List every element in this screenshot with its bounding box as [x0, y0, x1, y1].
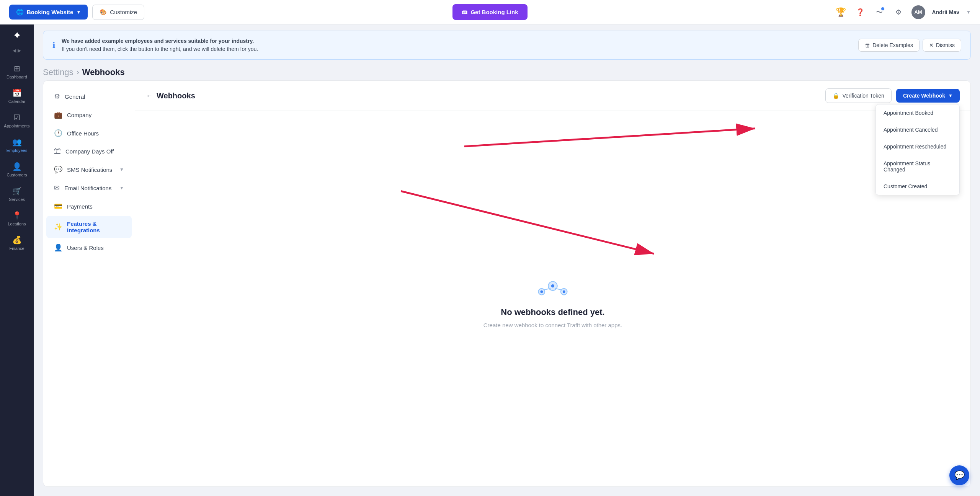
customer-created-label: Customer Created — [884, 183, 927, 189]
customize-button[interactable]: 🎨 Customize — [92, 5, 144, 20]
sidebar-item-appointments[interactable]: ☑ Appointments — [0, 108, 34, 133]
settings-nav-payments[interactable]: 💳 Payments — [46, 197, 132, 215]
settings-nav-office-hours[interactable]: 🕐 Office Hours — [46, 124, 132, 142]
info-banner-text: We have added example employees and serv… — [62, 37, 852, 53]
sidebar-item-services[interactable]: 🛒 Services — [0, 182, 34, 206]
dropdown-item-rescheduled[interactable]: Appointment Rescheduled — [876, 138, 959, 155]
breadcrumb-separator: › — [77, 67, 79, 77]
info-line1: We have added example employees and serv… — [62, 38, 254, 44]
dropdown-item-customer-created[interactable]: Customer Created — [876, 178, 959, 195]
info-banner-actions: 🗑 Delete Examples ✕ Dismiss — [858, 39, 961, 52]
sidebar-item-calendar[interactable]: 📅 Calendar — [0, 84, 34, 108]
topnav-left: 🌐 Booking Website ▼ 🎨 Customize — [9, 5, 327, 20]
avatar-initials: AM — [914, 9, 922, 15]
activity-icon[interactable]: 〜 — [873, 6, 885, 18]
canceled-label: Appointment Canceled — [884, 127, 938, 133]
info-banner: ℹ We have added example employees and se… — [43, 31, 971, 60]
umbrella-icon: ⛱ — [54, 147, 61, 155]
settings-nav-sms[interactable]: 💬 SMS Notifications ▼ — [46, 161, 132, 178]
dropdown-item-status-changed[interactable]: Appointment Status Changed — [876, 155, 959, 178]
svg-point-5 — [563, 290, 565, 293]
booking-website-button[interactable]: 🌐 Booking Website ▼ — [9, 5, 88, 20]
finance-icon: 💰 — [12, 235, 22, 245]
breadcrumb: Settings › Webhooks — [34, 60, 980, 80]
avatar: AM — [911, 5, 925, 19]
settings-nav-company-days-off[interactable]: ⛱ Company Days Off — [46, 143, 132, 160]
office-hours-label: Office Hours — [67, 130, 99, 137]
delete-examples-button[interactable]: 🗑 Delete Examples — [858, 39, 920, 52]
topnav-right: 🏆 ❓ 〜 ⚙ AM Andrii Mav ▼ — [653, 5, 971, 19]
sidebar-item-label: Appointments — [4, 124, 29, 128]
dropdown-item-booked[interactable]: Appointment Booked — [876, 104, 959, 121]
breadcrumb-settings[interactable]: Settings — [43, 67, 74, 77]
svg-point-1 — [551, 284, 554, 287]
services-icon: 🛒 — [12, 186, 22, 196]
help-icon[interactable]: ❓ — [854, 6, 866, 18]
settings-content: ← Webhooks 🔒 Verification Token Create W… — [135, 81, 970, 486]
chevron-down-icon: ▼ — [76, 10, 81, 15]
customize-icon: 🎨 — [100, 9, 107, 16]
breadcrumb-current: Webhooks — [82, 67, 125, 77]
create-webhook-button[interactable]: Create Webhook ▼ — [896, 89, 960, 103]
verification-token-label: Verification Token — [842, 93, 884, 99]
sidebar-item-label: Finance — [9, 246, 24, 251]
info-icon: ℹ — [52, 41, 56, 50]
settings-icon[interactable]: ⚙ — [892, 6, 905, 18]
settings-nav-company[interactable]: 💼 Company — [46, 106, 132, 124]
lock-icon: 🔒 — [833, 93, 839, 99]
webhook-illustration — [534, 269, 572, 300]
booking-website-label: Booking Website — [27, 9, 73, 15]
users-icon: 👤 — [54, 243, 62, 252]
sidebar-item-locations[interactable]: 📍 Locations — [0, 206, 34, 231]
sidebar-item-label: Employees — [7, 148, 27, 153]
webhooks-header: ← Webhooks 🔒 Verification Token Create W… — [135, 81, 970, 111]
webhooks-title-text: Webhooks — [157, 91, 195, 100]
rescheduled-label: Appointment Rescheduled — [884, 144, 946, 150]
calendar-icon: 📅 — [12, 88, 22, 98]
verification-token-button[interactable]: 🔒 Verification Token — [825, 88, 891, 103]
svg-point-3 — [541, 290, 543, 293]
email-icon: ✉ — [54, 184, 60, 192]
create-webhook-dropdown: Appointment Booked Appointment Canceled … — [875, 104, 960, 195]
sidebar-item-label: Calendar — [8, 99, 26, 104]
x-icon: ✕ — [929, 42, 934, 48]
sms-icon: 💬 — [54, 165, 62, 174]
get-booking-link-button[interactable]: 🎟 Get Booking Link — [452, 4, 527, 20]
settings-panel: ⚙ General 💼 Company 🕐 Office Hours ⛱ Com… — [43, 80, 971, 487]
user-name: Andrii Mav — [932, 9, 960, 15]
settings-nav-general[interactable]: ⚙ General — [46, 88, 132, 105]
settings-nav-users[interactable]: 👤 Users & Roles — [46, 239, 132, 256]
users-label: Users & Roles — [67, 245, 104, 251]
sidebar-item-label: Customers — [7, 173, 27, 177]
dismiss-button[interactable]: ✕ Dismiss — [923, 39, 961, 52]
locations-icon: 📍 — [12, 211, 22, 220]
topnav: 🌐 Booking Website ▼ 🎨 Customize 🎟 Get Bo… — [0, 0, 980, 24]
sidebar-logo: ✦ — [13, 29, 21, 42]
globe-icon: 🌐 — [16, 8, 24, 16]
webhooks-actions: 🔒 Verification Token Create Webhook ▼ — [825, 88, 960, 103]
sidebar-item-customers[interactable]: 👤 Customers — [0, 157, 34, 182]
chat-button[interactable]: 💬 — [949, 465, 969, 485]
topnav-center: 🎟 Get Booking Link — [331, 4, 648, 20]
back-button[interactable]: ← — [146, 92, 153, 100]
payment-icon: 💳 — [54, 202, 62, 210]
main-layout: ✦ ◀ ▶ ⊞ Dashboard 📅 Calendar ☑ Appointme… — [0, 24, 980, 496]
ticket-icon: 🎟 — [462, 9, 467, 15]
email-label: Email Notifications — [64, 185, 111, 191]
sidebar-item-employees[interactable]: 👥 Employees — [0, 133, 34, 157]
trophy-icon[interactable]: 🏆 — [835, 6, 847, 18]
empty-state-title: No webhooks defined yet. — [501, 307, 604, 317]
trash-icon: 🗑 — [865, 42, 870, 48]
dropdown-item-canceled[interactable]: Appointment Canceled — [876, 121, 959, 138]
features-label: Features & Integrations — [67, 220, 124, 233]
sidebar-arrows[interactable]: ◀ ▶ — [13, 48, 21, 53]
customize-label: Customize — [110, 9, 137, 15]
general-icon: ⚙ — [54, 92, 60, 101]
clock-icon: 🕐 — [54, 129, 62, 137]
settings-nav-features[interactable]: ✨ Features & Integrations — [46, 216, 132, 238]
user-chevron-icon: ▼ — [966, 10, 971, 15]
get-booking-link-label: Get Booking Link — [470, 9, 518, 15]
sidebar-item-dashboard[interactable]: ⊞ Dashboard — [0, 59, 34, 84]
settings-nav-email[interactable]: ✉ Email Notifications ▼ — [46, 179, 132, 197]
sidebar-item-finance[interactable]: 💰 Finance — [0, 231, 34, 255]
